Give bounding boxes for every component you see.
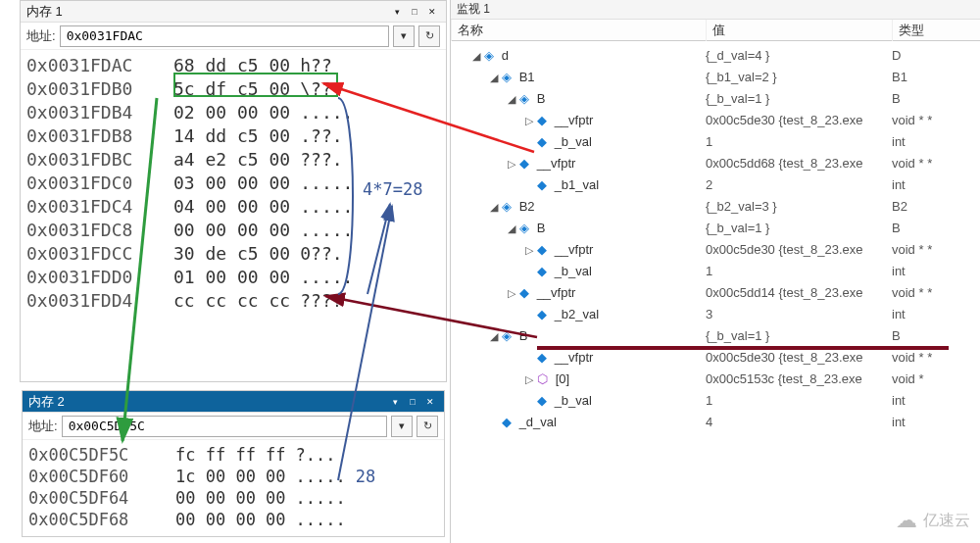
pin-icon[interactable]: ▾ xyxy=(387,395,403,409)
watermark: ☁ 亿速云 xyxy=(896,508,970,533)
memory-row[interactable]: 0x0031FDBCa4 e2 c5 00???. xyxy=(26,148,440,172)
memory-2-address-input[interactable] xyxy=(62,416,387,437)
watch-body: ◢◈ d {_d_val=4 } D ◢◈ B1 {_b1_val=2 } B1… xyxy=(451,41,980,437)
watch-row[interactable]: ◢◈ B {_b_val=1 } B xyxy=(451,325,980,347)
memory-2-title: 内存 2 xyxy=(28,393,65,411)
watch-row[interactable]: ◢◈ d {_d_val=4 } D xyxy=(451,45,980,67)
close-icon[interactable]: ✕ xyxy=(422,395,438,409)
watch-row[interactable]: ◆ _b_val 1 int xyxy=(451,390,980,412)
memory-row[interactable]: 0x0031FDC800 00 00 00..... xyxy=(26,219,440,242)
watch-row[interactable]: ◢◈ B {_b_val=1 } B xyxy=(451,88,980,110)
memory-row[interactable]: 0x0031FDB402 00 00 00..... xyxy=(26,101,440,124)
maximize-icon[interactable]: □ xyxy=(407,5,422,19)
watch-row[interactable]: ◆ _b2_val 3 int xyxy=(451,304,980,325)
memory-row[interactable]: 0x00C5DF5Cfc ff ff ff?... xyxy=(28,444,438,466)
address-label: 地址: xyxy=(26,27,56,45)
watermark-text: 亿速云 xyxy=(923,511,970,531)
pin-icon[interactable]: ▾ xyxy=(389,5,405,19)
watch-row[interactable]: ◆ _b_val 1 int xyxy=(451,131,980,153)
memory-row[interactable]: 0x0031FDD4cc cc cc cc???? xyxy=(26,289,440,313)
col-type[interactable]: 类型 xyxy=(892,20,970,41)
watch-row[interactable]: ▷◆ __vfptr 0x00c5dd14 {test_8_23.exe voi… xyxy=(451,282,980,304)
dropdown-icon[interactable]: ▾ xyxy=(393,25,415,47)
close-icon[interactable]: ✕ xyxy=(424,5,440,19)
red-underline xyxy=(537,346,949,350)
watch-row[interactable]: ◆ _b1_val 2 int xyxy=(451,174,980,196)
memory-2-addressbar: 地址: ▾ ↻ xyxy=(23,413,444,440)
memory-row[interactable]: 0x0031FDB814 dd c5 00.??. xyxy=(26,124,440,148)
memory-row[interactable]: 0x0031FDD001 00 00 00..... xyxy=(26,266,440,289)
watch-row[interactable]: ◆ _d_val 4 int xyxy=(451,412,980,433)
watch-titlebar[interactable]: 监视 1 xyxy=(451,0,980,20)
watch-row[interactable]: ▷◆ __vfptr 0x00c5dd68 {test_8_23.exe voi… xyxy=(451,153,980,174)
watch-headers: 名称 值 类型 xyxy=(451,20,980,41)
highlight-box xyxy=(173,73,338,97)
left-pane: 内存 1 ▾ □ ✕ 地址: ▾ ↻ 0x0031FDAC68 dd c5 00… xyxy=(0,0,451,543)
watch-row[interactable]: ▷◆ __vfptr 0x00c5de30 {test_8_23.exe voi… xyxy=(451,239,980,261)
dropdown-icon[interactable]: ▾ xyxy=(391,416,413,437)
memory-1-titlebar[interactable]: 内存 1 ▾ □ ✕ xyxy=(21,1,446,23)
cloud-icon: ☁ xyxy=(896,508,917,533)
memory-row[interactable]: 0x00C5DF6400 00 00 00..... xyxy=(28,487,438,509)
watch-row[interactable]: ◆ __vfptr 0x00c5de30 {test_8_23.exe void… xyxy=(451,347,980,369)
col-value[interactable]: 值 xyxy=(706,20,892,41)
memory-1-title: 内存 1 xyxy=(26,3,63,21)
memory-1-addressbar: 地址: ▾ ↻ xyxy=(21,23,446,50)
memory-2-body: 0x00C5DF5Cfc ff ff ff?...0x00C5DF601c 00… xyxy=(23,440,444,538)
refresh-icon[interactable]: ↻ xyxy=(418,25,440,47)
watch-row[interactable]: ◆ _b_val 1 int xyxy=(451,261,980,282)
col-name[interactable]: 名称 xyxy=(451,20,706,41)
memory-row[interactable]: 0x0031FDCC30 de c5 000??. xyxy=(26,242,440,266)
maximize-icon[interactable]: □ xyxy=(405,395,420,409)
refresh-icon[interactable]: ↻ xyxy=(416,416,438,437)
formula-annotation: 4*7=28 xyxy=(363,179,422,199)
watch-row[interactable]: ▷⬡ [0] 0x00c5153c {test_8_23.exe void * xyxy=(451,369,980,390)
watch-row[interactable]: ◢◈ B2 {_b2_val=3 } B2 xyxy=(451,196,980,218)
memory-1-address-input[interactable] xyxy=(60,25,389,47)
watch-row[interactable]: ◢◈ B1 {_b1_val=2 } B1 xyxy=(451,67,980,88)
memory-row[interactable]: 0x00C5DF6800 00 00 00..... xyxy=(28,509,438,530)
memory-2-panel: 内存 2 ▾ □ ✕ 地址: ▾ ↻ 0x00C5DF5Cfc ff ff ff… xyxy=(22,390,445,537)
memory-row[interactable]: 0x00C5DF601c 00 00 00.....28 xyxy=(28,466,438,487)
watch-panel: 监视 1 名称 值 类型 ◢◈ d {_d_val=4 } D ◢◈ B1 {_… xyxy=(451,0,980,543)
watch-title: 监视 1 xyxy=(457,1,490,18)
watch-row[interactable]: ◢◈ B {_b_val=1 } B xyxy=(451,218,980,239)
address-label: 地址: xyxy=(28,418,58,435)
watch-row[interactable]: ▷◆ __vfptr 0x00c5de30 {test_8_23.exe voi… xyxy=(451,110,980,131)
memory-2-titlebar[interactable]: 内存 2 ▾ □ ✕ xyxy=(23,391,444,413)
